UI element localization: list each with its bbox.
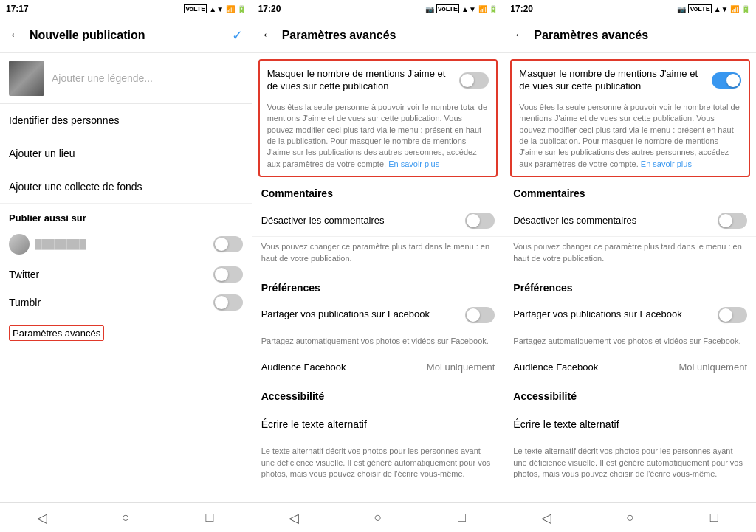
hide-likes-label-3: Masquer le nombre de mentions J'aime et …: [519, 68, 706, 93]
disable-comments-row-3: Désactiver les commentaires: [504, 205, 756, 237]
hide-likes-toggle-3[interactable]: [712, 72, 741, 89]
status-section-3: 17:20 📷 VoLTE ▲▼ 📶 🔋: [504, 0, 756, 18]
hide-likes-row-2: Masquer le nombre de mentions J'aime et …: [260, 61, 497, 100]
screen1-title: Nouvelle publication: [30, 29, 232, 42]
share-facebook-label-3: Partager vos publications sur Facebook: [513, 308, 712, 321]
back-nav-btn-3[interactable]: ◁: [536, 508, 557, 528]
home-nav-btn-2[interactable]: ○: [368, 508, 388, 528]
twitter-label: Twitter: [9, 269, 39, 280]
preferences-section-title-2: Préférences: [252, 272, 504, 300]
alt-text-item-2[interactable]: Écrire le texte alternatif: [252, 408, 504, 441]
screen1-header: ← Nouvelle publication ✓: [0, 18, 252, 53]
audience-label-3: Audience Facebook: [513, 362, 598, 373]
add-location-label: Ajouter un lieu: [9, 148, 75, 159]
facebook-avatar: [9, 234, 30, 255]
screen3-title: Paramètres avancés: [534, 29, 747, 42]
caption-placeholder[interactable]: Ajouter une légende...: [52, 72, 153, 84]
highlight-box-2: Masquer le nombre de mentions J'aime et …: [258, 59, 498, 177]
screen3-header: ← Paramètres avancés: [504, 18, 756, 53]
signal-icons-1: ▲▼ 📶 🔋: [209, 5, 245, 13]
screens-container: ← Nouvelle publication ✓ Ajouter une lég…: [0, 18, 756, 502]
advanced-settings-link[interactable]: Paramètres avancés: [0, 317, 252, 350]
time-2: 17:20: [258, 4, 281, 14]
hide-likes-toggle-2[interactable]: [459, 72, 489, 89]
share-facebook-row-3: Partager vos publications sur Facebook: [504, 300, 756, 331]
publish-tumblr-left: Tumblr: [9, 297, 41, 308]
screen-advanced-off: ← Paramètres avancés Masquer le nombre d…: [252, 18, 505, 502]
back-arrow-3[interactable]: ←: [513, 27, 526, 43]
hide-likes-row-3: Masquer le nombre de mentions J'aime et …: [512, 61, 749, 100]
status-icons-2: 📷 VoLTE ▲▼ 📶 🔋: [425, 4, 498, 13]
comments-section-title-2: Commentaires: [252, 177, 504, 205]
disable-comments-toggle-2[interactable]: [465, 213, 495, 229]
time-3: 17:20: [510, 4, 533, 14]
comments-section-title-3: Commentaires: [504, 177, 756, 205]
volte-icon-1: VoLTE: [184, 4, 207, 13]
screen2-title: Paramètres avancés: [282, 29, 495, 42]
nav-bar: ◁ ○ □ ◁ ○ □ ◁ ○ □: [0, 502, 756, 532]
twitter-toggle[interactable]: [213, 266, 243, 283]
audience-row-3[interactable]: Audience Facebook Moi uniquement: [504, 354, 756, 380]
time-1: 17:17: [6, 4, 29, 14]
hide-likes-label-2: Masquer le nombre de mentions J'aime et …: [267, 68, 454, 93]
caption-row: Ajouter une légende...: [0, 53, 252, 104]
advanced-settings-text: Paramètres avancés: [9, 325, 104, 341]
add-fundraiser-item[interactable]: Ajouter une collecte de fonds: [0, 170, 252, 204]
alt-text-desc-3: Le texte alternatif décrit vos photos po…: [504, 441, 756, 487]
nav-section-3: ◁ ○ □: [504, 502, 756, 532]
highlight-box-3: Masquer le nombre de mentions J'aime et …: [510, 59, 750, 177]
disable-comments-label-3: Désactiver les commentaires: [513, 215, 712, 227]
share-facebook-row-2: Partager vos publications sur Facebook: [252, 300, 504, 331]
tumblr-toggle[interactable]: [213, 294, 243, 311]
back-arrow-1[interactable]: ←: [9, 27, 22, 43]
add-location-item[interactable]: Ajouter un lieu: [0, 137, 252, 170]
alt-text-label-2: Écrire le texte alternatif: [261, 418, 367, 430]
disable-comments-row-2: Désactiver les commentaires: [252, 205, 504, 237]
screen-new-post: ← Nouvelle publication ✓ Ajouter une lég…: [0, 18, 252, 502]
home-nav-btn-3[interactable]: ○: [620, 508, 641, 528]
camera-icon-2: 📷: [425, 5, 434, 13]
facebook-toggle[interactable]: [213, 236, 243, 252]
identify-people-item[interactable]: Identifier des personnes: [0, 104, 252, 137]
audience-row-2[interactable]: Audience Facebook Moi uniquement: [252, 354, 504, 380]
signal-icons-3: ▲▼ 📶 🔋: [714, 5, 750, 13]
home-nav-btn-1[interactable]: ○: [115, 508, 136, 528]
nav-section-2: ◁ ○ □: [252, 502, 504, 532]
recents-nav-btn-1[interactable]: □: [199, 508, 220, 528]
disable-comments-label-2: Désactiver les commentaires: [261, 215, 460, 227]
publish-tumblr-item: Tumblr: [0, 289, 252, 317]
back-arrow-2[interactable]: ←: [261, 27, 275, 43]
share-facebook-desc-3: Partagez automatiquement vos photos et v…: [504, 331, 756, 354]
post-thumbnail: [9, 61, 44, 96]
accessibility-section-title-3: Accessibilité: [504, 380, 756, 408]
status-section-1: 17:17 VoLTE ▲▼ 📶 🔋: [0, 0, 252, 18]
learn-more-link-2[interactable]: En savoir plus: [388, 159, 439, 168]
back-nav-btn-2[interactable]: ◁: [284, 508, 304, 528]
recents-nav-btn-3[interactable]: □: [704, 508, 724, 528]
disable-comments-desc-3: Vous pouvez changer ce paramètre plus ta…: [504, 237, 756, 272]
learn-more-link-3[interactable]: En savoir plus: [641, 159, 692, 168]
disable-comments-toggle-3[interactable]: [718, 213, 747, 229]
volte-icon-3: VoLTE: [688, 4, 711, 13]
screen-advanced-on: ← Paramètres avancés Masquer le nombre d…: [504, 18, 756, 502]
status-icons-1: VoLTE ▲▼ 📶 🔋: [184, 4, 246, 13]
confirm-icon-1[interactable]: ✓: [232, 27, 243, 44]
share-facebook-desc-2: Partagez automatiquement vos photos et v…: [252, 331, 504, 354]
back-nav-btn-1[interactable]: ◁: [32, 508, 52, 528]
share-facebook-toggle-3[interactable]: [718, 307, 747, 323]
alt-text-item-3[interactable]: Écrire le texte alternatif: [504, 408, 756, 441]
status-bar: 17:17 VoLTE ▲▼ 📶 🔋 17:20 📷 VoLTE ▲▼ 📶 🔋 …: [0, 0, 756, 18]
add-fundraiser-label: Ajouter une collecte de fonds: [9, 181, 142, 193]
nav-section-1: ◁ ○ □: [0, 502, 252, 532]
publish-section-title: Publier aussi sur: [0, 204, 252, 228]
identify-people-label: Identifier des personnes: [9, 114, 119, 126]
facebook-name: ████████: [35, 239, 86, 249]
share-facebook-toggle-2[interactable]: [465, 307, 495, 323]
publish-facebook-item: ████████: [0, 228, 252, 260]
recents-nav-btn-2[interactable]: □: [452, 508, 472, 528]
signal-icons-2: ▲▼ 📶 🔋: [461, 5, 498, 13]
alt-text-desc-2: Le texte alternatif décrit vos photos po…: [252, 441, 504, 487]
share-facebook-label-2: Partager vos publications sur Facebook: [261, 308, 460, 321]
tumblr-label: Tumblr: [9, 297, 41, 308]
alt-text-label-3: Écrire le texte alternatif: [513, 418, 619, 430]
